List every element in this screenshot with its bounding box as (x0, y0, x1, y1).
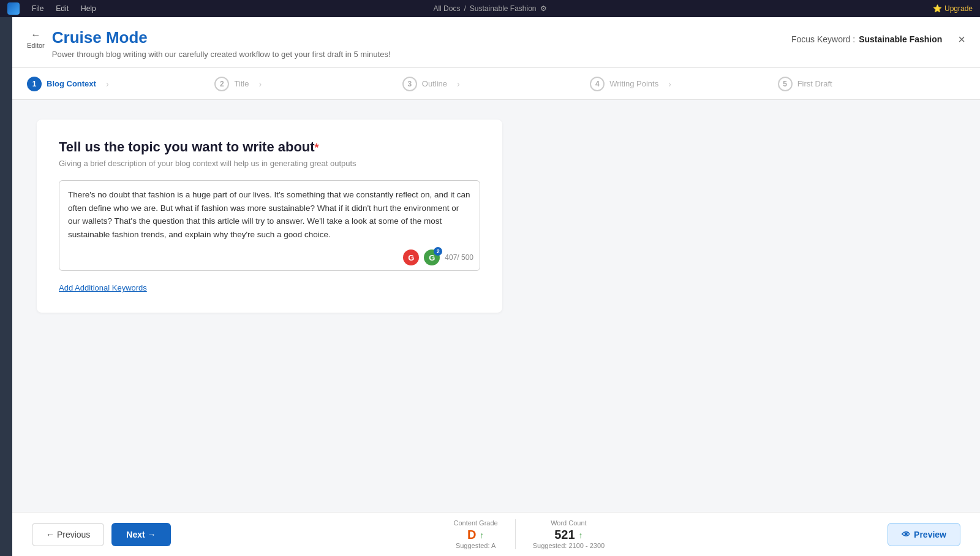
step-4-chevron: › (668, 79, 671, 89)
grammarly-icon[interactable]: G (403, 249, 419, 265)
step-5-label: First Draft (797, 79, 832, 88)
word-count-value-row: 521 ↑ (554, 528, 582, 542)
content-grade-label: Content Grade (454, 519, 498, 527)
content-grade-value: D (467, 528, 476, 542)
modal-title: Cruise Mode (52, 28, 391, 47)
modal-header-left: ← Editor Cruise Mode Power through blog … (27, 28, 391, 59)
word-count-arrow: ↑ (579, 530, 583, 540)
footer-stats: Content Grade D ↑ Suggested: A Word Coun… (437, 519, 622, 549)
sidebar-hint (0, 17, 12, 556)
modal-header-right: Focus Keyword : Sustainable Fashion × (791, 33, 965, 45)
previous-button[interactable]: ← Previous (32, 523, 104, 546)
step-3-chevron: › (457, 79, 460, 89)
menu-help[interactable]: Help (81, 4, 96, 13)
blog-context-textarea[interactable] (68, 188, 471, 243)
step-1-chevron: › (106, 79, 109, 89)
breadcrumb-alldocs[interactable]: All Docs (433, 4, 460, 13)
content-grade-arrow: ↑ (480, 530, 484, 540)
cruise-mode-modal: ← Editor Cruise Mode Power through blog … (12, 17, 980, 556)
preview-label: Preview (914, 530, 946, 539)
step-2[interactable]: 2 Title › (214, 77, 402, 91)
close-button[interactable]: × (958, 33, 965, 45)
char-count: 407/ 500 (445, 253, 473, 262)
step-1-number: 1 (27, 77, 42, 91)
step-2-chevron: › (258, 79, 262, 89)
menu-file[interactable]: File (32, 4, 43, 13)
menu-edit[interactable]: Edit (56, 4, 69, 13)
word-count-label: Word Count (551, 519, 587, 527)
preview-icon: 👁 (902, 530, 910, 539)
step-1[interactable]: 1 Blog Context › (27, 77, 214, 91)
modal-header: ← Editor Cruise Mode Power through blog … (12, 17, 980, 68)
preview-button[interactable]: 👁 Preview (888, 523, 960, 546)
steps-bar: 1 Blog Context › 2 Title › 3 Outline › 4… (12, 68, 980, 100)
menu-bar: File Edit Help All Docs / Sustainable Fa… (0, 0, 980, 17)
step-4-label: Writing Points (609, 79, 658, 88)
required-star: * (315, 142, 319, 154)
step-2-label: Title (234, 79, 249, 88)
grammarly-g2-icon[interactable]: G 2 (424, 249, 440, 265)
content-grade-value-row: D ↑ (467, 528, 484, 542)
back-to-editor-button[interactable]: ← Editor (27, 29, 45, 49)
step-4-number: 4 (590, 77, 605, 91)
focus-keyword-label: Focus Keyword : (791, 34, 855, 44)
add-keywords-link[interactable]: Add Additional Keywords (59, 283, 147, 292)
footer-nav: ← Previous Next → (32, 523, 171, 546)
step-2-number: 2 (214, 77, 229, 91)
icon-badge: 2 (434, 247, 442, 256)
step-5[interactable]: 5 First Draft (778, 77, 965, 91)
step-1-label: Blog Context (47, 79, 96, 88)
focus-keyword-value: Sustainable Fashion (859, 34, 942, 44)
breadcrumb: All Docs / Sustainable Fashion ⚙ (433, 4, 546, 13)
step-3-label: Outline (422, 79, 447, 88)
upgrade-button[interactable]: ⭐ Upgrade (933, 4, 973, 13)
modal-footer: ← Previous Next → Content Grade D ↑ Sugg… (12, 512, 980, 556)
next-button[interactable]: Next → (111, 523, 170, 546)
app-logo (7, 2, 20, 15)
step-5-number: 5 (778, 77, 793, 91)
step-3[interactable]: 3 Outline › (402, 77, 590, 91)
word-count-value: 521 (554, 528, 575, 542)
content-grade-suggested: Suggested: A (456, 542, 496, 549)
section-title: Tell us the topic you want to write abou… (59, 139, 480, 155)
modal-body: Tell us the topic you want to write abou… (12, 100, 980, 512)
breadcrumb-doc[interactable]: Sustainable Fashion (470, 4, 537, 13)
step-4[interactable]: 4 Writing Points › (590, 77, 777, 91)
section-desc: Giving a brief description of your blog … (59, 159, 480, 168)
back-editor-label: Editor (27, 42, 45, 49)
word-count-suggested: Suggested: 2100 - 2300 (533, 542, 605, 549)
step-3-number: 3 (402, 77, 417, 91)
textarea-footer: G G 2 407/ 500 (403, 249, 473, 265)
word-count-block: Word Count 521 ↑ Suggested: 2100 - 2300 (515, 519, 622, 549)
back-arrow-icon: ← (31, 29, 40, 40)
modal-subtitle: Power through blog writing with our care… (52, 50, 391, 59)
content-grade-block: Content Grade D ↑ Suggested: A (437, 519, 515, 549)
modal-title-block: Cruise Mode Power through blog writing w… (52, 28, 391, 59)
content-card: Tell us the topic you want to write abou… (37, 120, 502, 313)
blog-context-input-container: G G 2 407/ 500 (59, 180, 480, 271)
